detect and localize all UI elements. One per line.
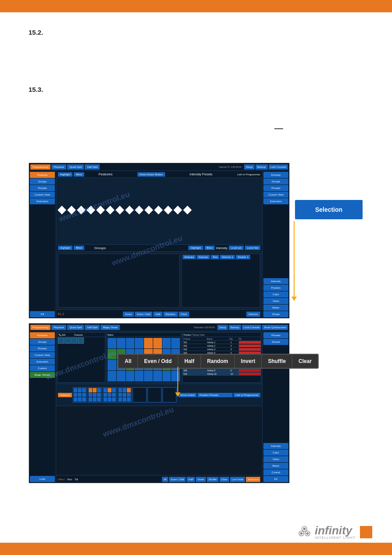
infinity-name-text: infinity bbox=[315, 525, 356, 536]
even-odd-sel-btn[interactable]: Even / Odd bbox=[138, 355, 178, 368]
arrow-connector-2 bbox=[173, 367, 182, 398]
prog-tab-2[interactable]: Programming bbox=[30, 325, 50, 330]
gobo-right-btn[interactable]: Gobo bbox=[263, 298, 288, 304]
random-btn-1[interactable]: Random bbox=[163, 312, 178, 317]
lock-console-btn[interactable]: Lock Console bbox=[269, 164, 288, 170]
executors-btn[interactable]: Executors bbox=[30, 198, 55, 204]
fixture-diamond-11[interactable] bbox=[154, 206, 163, 214]
half-sel-btn[interactable]: Half bbox=[178, 355, 201, 368]
color-right-btn[interactable]: Color bbox=[263, 291, 288, 297]
svg-point-9 bbox=[306, 532, 309, 535]
fixture-diamond-6[interactable] bbox=[106, 206, 115, 214]
even-odd-btn-1[interactable]: Even / Odd bbox=[135, 312, 152, 317]
playback-tab-2[interactable]: Playback bbox=[51, 325, 66, 330]
screenshot-1: Programming Playback Quad Split Half Spl… bbox=[29, 163, 290, 319]
control-right-2[interactable]: Control bbox=[263, 469, 288, 475]
custom-view-btn[interactable]: Custom View bbox=[30, 192, 55, 198]
infinity-sub-text: INTELLIGENT LIGHT bbox=[315, 536, 356, 539]
beam-right-2[interactable]: Beam bbox=[263, 463, 288, 469]
dash-line bbox=[274, 128, 283, 129]
section-15-2-label: 15.2. bbox=[29, 29, 43, 36]
position-right-btn[interactable]: Position bbox=[263, 285, 288, 291]
ez-right-2[interactable]: EZ bbox=[263, 476, 288, 482]
magic-sheet-tab-2[interactable]: Magic Sheet bbox=[101, 325, 119, 330]
fixture-diamond-13[interactable] bbox=[173, 206, 182, 214]
shape-right-btn[interactable]: Shape bbox=[263, 311, 288, 317]
quadsplit-tab-2[interactable]: Quad Split bbox=[67, 325, 84, 330]
live-fade-btn[interactable]: Live Fade bbox=[230, 477, 245, 482]
infinity-orange-square bbox=[360, 526, 372, 538]
intensity-right-2[interactable]: Intensity bbox=[263, 443, 288, 449]
features-btn-2[interactable]: Features bbox=[30, 332, 55, 338]
selector-btn[interactable]: Selector bbox=[246, 312, 260, 317]
custom-btn-2[interactable]: Custom bbox=[30, 365, 55, 371]
half-btn-2[interactable]: Half bbox=[187, 477, 195, 482]
fixture-diamond-14[interactable] bbox=[183, 206, 192, 214]
kenway-btn[interactable]: Kenway bbox=[263, 172, 288, 178]
fixture-diamond-8[interactable] bbox=[125, 206, 134, 214]
all-sel-btn[interactable]: All bbox=[119, 355, 138, 368]
lock-console-btn-2[interactable]: Lock Console bbox=[242, 325, 261, 330]
section-15-3-label: 15.3. bbox=[29, 86, 43, 93]
bottom-orange-bar bbox=[0, 543, 392, 555]
presets-btn[interactable]: Presets bbox=[30, 185, 55, 191]
selection-popup: Selection bbox=[294, 199, 363, 220]
half-btn-1[interactable]: Half bbox=[153, 312, 162, 317]
screenshot-2: Programming Playback Quad Split Half Spl… bbox=[29, 323, 290, 483]
fixture-diamond-2[interactable] bbox=[67, 206, 76, 214]
gobo-right-2[interactable]: Gobo bbox=[263, 456, 288, 462]
custom-view-btn-2[interactable]: Custom View bbox=[30, 352, 55, 358]
groups-btn[interactable]: Groups bbox=[30, 178, 55, 185]
backup-btn-2[interactable]: Backup bbox=[229, 325, 241, 330]
beam-right-btn[interactable]: Beam bbox=[263, 305, 288, 311]
halfsplit-tab[interactable]: Half Split bbox=[85, 164, 100, 170]
random-sel-btn[interactable]: Random bbox=[201, 355, 235, 368]
programming-tab[interactable]: Programming bbox=[30, 164, 50, 170]
setup-btn-2[interactable]: Setup bbox=[217, 325, 228, 330]
show-quickaccess-btn[interactable]: Show Quickaccess bbox=[262, 325, 288, 330]
svg-point-8 bbox=[300, 532, 303, 535]
even-odd-btn-2[interactable]: Even / Odd bbox=[169, 477, 186, 482]
fixture-diamond-10[interactable] bbox=[144, 206, 153, 214]
custom-view-right-btn[interactable]: Custom View bbox=[263, 192, 288, 198]
executors-btn-2[interactable]: Executors bbox=[30, 359, 55, 365]
fixture-diamond-1[interactable] bbox=[58, 206, 66, 214]
presets-right-btn[interactable]: Presets bbox=[263, 185, 288, 191]
features-btn[interactable]: Features bbox=[30, 172, 55, 178]
invert-btn-1[interactable]: Invert bbox=[123, 312, 134, 317]
intensity-right-btn[interactable]: Intensity bbox=[263, 278, 288, 284]
fixture-diamond-3[interactable] bbox=[77, 206, 86, 214]
playback-tab[interactable]: Playback bbox=[51, 164, 66, 170]
arrow-connector-1 bbox=[285, 200, 298, 305]
smack-right-2[interactable]: Smack bbox=[263, 339, 288, 345]
backup-btn[interactable]: Backup bbox=[255, 164, 268, 170]
invert-btn-2[interactable]: Invert bbox=[196, 477, 206, 482]
fixture-diamond-9[interactable] bbox=[135, 206, 144, 214]
setup-btn[interactable]: Setup bbox=[244, 164, 255, 170]
clear-sel-btn[interactable]: Clear bbox=[292, 355, 318, 368]
selection-btn-2[interactable]: Selection bbox=[246, 477, 260, 482]
invert-sel-btn[interactable]: Invert bbox=[235, 355, 262, 368]
fixture-diamond-7[interactable] bbox=[115, 206, 124, 214]
look-btn[interactable]: Look bbox=[30, 476, 55, 482]
fill-btn[interactable]: Fill bbox=[30, 311, 55, 317]
shuffle-btn-2[interactable]: Shuffle bbox=[207, 477, 219, 482]
magic-sheets-btn-2[interactable]: Magic Sheets bbox=[30, 372, 55, 378]
groups-right-btn[interactable]: Groups bbox=[263, 178, 288, 185]
color-right-2[interactable]: Color bbox=[263, 450, 288, 456]
quadsplit-tab[interactable]: Quad Split bbox=[67, 164, 84, 170]
infinity-logo: infinity INTELLIGENT LIGHT bbox=[297, 524, 372, 540]
fixture-diamond-4[interactable] bbox=[86, 206, 95, 214]
selection-bar: All Even / Odd Half Random Invert Shuffl… bbox=[118, 354, 319, 369]
groups-btn-2[interactable]: Groups bbox=[30, 339, 55, 345]
clear-btn-2[interactable]: Clear bbox=[219, 477, 229, 482]
halfsplit-tab-2[interactable]: Half Split bbox=[85, 325, 100, 330]
clear-btn-1[interactable]: Clear bbox=[179, 312, 189, 317]
fixture-diamond-5[interactable] bbox=[96, 206, 105, 214]
fixture-diamond-12[interactable] bbox=[164, 206, 173, 214]
presets-right-2[interactable]: Presets bbox=[263, 332, 288, 338]
presets-btn-2[interactable]: Presets bbox=[30, 345, 55, 352]
all-btn-2[interactable]: All bbox=[162, 477, 169, 482]
shuffle-sel-btn[interactable]: Shuffle bbox=[262, 355, 292, 368]
executors-right-btn[interactable]: Executors bbox=[263, 198, 288, 204]
